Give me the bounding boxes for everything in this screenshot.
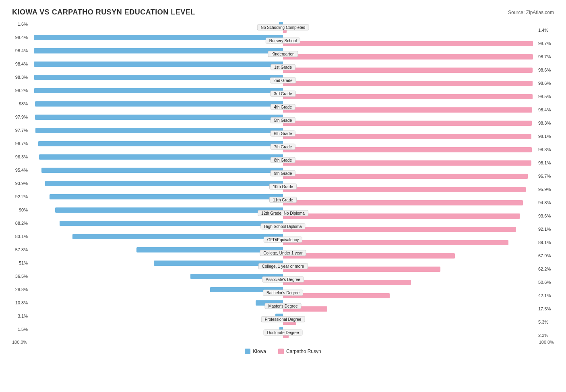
- blue-bar-row: 51%: [12, 260, 554, 266]
- carpatho-bar: [283, 227, 516, 232]
- pink-bar-row: 89.1%: [12, 240, 554, 245]
- kiowa-value: 1.5%: [12, 327, 30, 332]
- blue-bar-row: 97.7%: [12, 127, 554, 133]
- blue-bar-row: 36.5%: [12, 273, 554, 279]
- carpatho-value: 1.4%: [536, 28, 554, 33]
- bar-group: 10.8%17.5%Master's Degree: [12, 300, 554, 312]
- blue-bar-row: 10.8%: [12, 300, 554, 306]
- kiowa-value: 28.8%: [12, 287, 30, 292]
- blue-bar-row: 97.9%: [12, 114, 554, 120]
- carpatho-value: 98.1%: [536, 160, 554, 166]
- bar-group: 97.7%98.1%6th Grade: [12, 127, 554, 139]
- carpatho-value: 98.1%: [536, 134, 554, 139]
- pink-bar-row: 98.5%: [12, 94, 554, 99]
- bar-group: 1.5%2.3%Doctorate Degree: [12, 326, 554, 338]
- axis-footer: 100.0% 100.0%: [12, 340, 554, 345]
- kiowa-bar: [34, 75, 283, 80]
- carpatho-value: 17.5%: [536, 306, 554, 312]
- carpatho-value: 96.7%: [536, 174, 554, 179]
- pink-bar-row: 93.6%: [12, 213, 554, 219]
- carpatho-value: 92.1%: [536, 227, 554, 232]
- kiowa-bar: [34, 88, 283, 93]
- bar-group: 88.2%92.1%High School Diploma: [12, 220, 554, 232]
- blue-bar-row: 95.4%: [12, 167, 554, 173]
- bar-group: 57.8%67.9%College, Under 1 year: [12, 247, 554, 259]
- pink-bar-row: 98.3%: [12, 120, 554, 126]
- carpatho-value: 98.4%: [536, 107, 554, 113]
- pink-bar-row: 98.7%: [12, 54, 554, 60]
- kiowa-value: 88.2%: [12, 221, 30, 226]
- blue-bar-row: 90%: [12, 207, 554, 213]
- kiowa-bar: [35, 101, 283, 107]
- bar-group: 98.3%98.6%2nd Grade: [12, 74, 554, 86]
- bar-group: 98.2%98.5%3rd Grade: [12, 88, 554, 99]
- carpatho-bar: [283, 293, 390, 298]
- carpatho-value: 98.7%: [536, 41, 554, 46]
- carpatho-value: 50.6%: [536, 280, 554, 285]
- carpatho-bar: [283, 213, 520, 219]
- blue-bar-row: 3.1%: [12, 313, 554, 319]
- blue-bar-row: 98.4%: [12, 35, 554, 40]
- kiowa-bar: [55, 207, 283, 213]
- pink-bar-row: 98.6%: [12, 67, 554, 73]
- source-text: Source: ZipAtlas.com: [508, 10, 554, 15]
- carpatho-bar: [283, 81, 533, 86]
- kiowa-bar: [256, 300, 283, 306]
- chart-title: KIOWA VS CARPATHO RUSYN EDUCATION LEVEL: [12, 8, 195, 16]
- carpatho-bar: [283, 240, 508, 245]
- carpatho-value: 98.3%: [536, 147, 554, 152]
- kiowa-value: 98.2%: [12, 88, 30, 93]
- kiowa-bar: [72, 234, 283, 239]
- bar-group: 96.3%98.1%8th Grade: [12, 154, 554, 166]
- kiowa-bar: [275, 314, 283, 319]
- kiowa-value: 57.8%: [12, 247, 30, 252]
- blue-bar-row: 57.8%: [12, 247, 554, 252]
- pink-bar-row: 98.1%: [12, 133, 554, 139]
- kiowa-bar: [38, 141, 283, 146]
- carpatho-value: 89.1%: [536, 240, 554, 245]
- kiowa-bar: [154, 261, 283, 266]
- bar-group: 51%62.2%College, 1 year or more: [12, 260, 554, 272]
- carpatho-bar: [283, 134, 531, 139]
- carpatho-bar: [283, 54, 533, 60]
- carpatho-bar: [283, 94, 533, 99]
- kiowa-bar: [39, 154, 283, 160]
- legend-carpatho: Carpatho Rusyn: [278, 349, 321, 354]
- carpatho-value: 2.3%: [536, 333, 554, 338]
- carpatho-bar: [283, 187, 526, 192]
- bar-group: 93.9%95.9%10th Grade: [12, 181, 554, 192]
- kiowa-value: 92.2%: [12, 194, 30, 199]
- kiowa-bar: [34, 48, 283, 53]
- carpatho-value: 5.3%: [536, 320, 554, 325]
- kiowa-value: 10.8%: [12, 300, 30, 306]
- bar-group: 36.5%50.6%Associate's Degree: [12, 273, 554, 285]
- kiowa-value: 96.3%: [12, 154, 30, 160]
- carpatho-label: Carpatho Rusyn: [286, 349, 321, 354]
- carpatho-bar: [283, 121, 532, 126]
- kiowa-bar: [41, 168, 283, 173]
- carpatho-bar: [283, 280, 411, 285]
- blue-bar-row: 98.4%: [12, 61, 554, 67]
- kiowa-value: 83.1%: [12, 234, 30, 239]
- carpatho-bar: [283, 253, 455, 259]
- legend-kiowa: Kiowa: [245, 349, 266, 354]
- kiowa-value: 95.4%: [12, 168, 30, 173]
- carpatho-value: 42.1%: [536, 293, 554, 298]
- blue-bar-row: 28.8%: [12, 287, 554, 292]
- blue-bar-row: 92.2%: [12, 194, 554, 199]
- bar-group: 3.1%5.3%Professional Degree: [12, 313, 554, 325]
- kiowa-value: 97.7%: [12, 128, 30, 133]
- kiowa-value: 90%: [12, 207, 30, 213]
- bar-group: 98.4%98.7%Kindergarten: [12, 48, 554, 60]
- kiowa-value: 97.9%: [12, 115, 30, 120]
- kiowa-bar: [35, 128, 283, 133]
- kiowa-value: 36.5%: [12, 274, 30, 279]
- kiowa-value: 96.7%: [12, 141, 30, 146]
- pink-bar-row: 98.4%: [12, 107, 554, 113]
- pink-bar-row: 42.1%: [12, 293, 554, 298]
- kiowa-bar: [279, 327, 283, 332]
- kiowa-value: 98.3%: [12, 75, 30, 80]
- carpatho-value: 98.3%: [536, 121, 554, 126]
- bar-group: 98%98.4%4th Grade: [12, 101, 554, 113]
- bar-group: 90%93.6%12th Grade, No Diploma: [12, 207, 554, 219]
